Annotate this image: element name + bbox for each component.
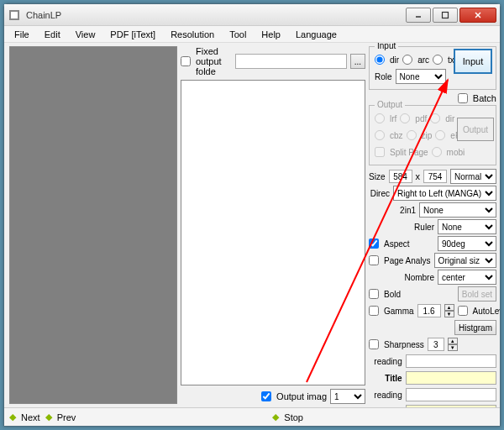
file-list-pane: Fixed output folde ... Output imag 1 — [181, 46, 365, 404]
input-legend: Input — [375, 43, 398, 50]
titlebar: ChainLP — [4, 4, 500, 26]
sharpness-checkbox[interactable] — [369, 339, 379, 349]
input-group: Input dir arc txt Role None Input — [369, 46, 496, 90]
nombre-select[interactable]: center — [438, 270, 496, 285]
ruler-select[interactable]: None — [438, 219, 496, 234]
preview-pane — [9, 46, 177, 404]
menu-edit[interactable]: Edit — [38, 28, 67, 41]
statusbar: ◆Next ◆Prev ◆Stop — [4, 407, 500, 426]
size-w[interactable] — [389, 170, 412, 183]
autolevel-checkbox[interactable] — [458, 306, 468, 316]
out-epub-radio — [435, 130, 445, 140]
output-image-checkbox[interactable] — [261, 391, 271, 401]
output-button: Output — [457, 118, 494, 141]
size-preset[interactable]: Normal — [450, 169, 496, 184]
gamma-checkbox[interactable] — [369, 306, 379, 316]
input-button[interactable]: Input — [454, 49, 492, 74]
bold-checkbox[interactable] — [369, 289, 379, 299]
app-icon — [8, 8, 21, 22]
menu-tool[interactable]: Tool — [223, 28, 253, 41]
page-analysis-checkbox[interactable] — [369, 255, 379, 265]
out-zip-radio — [407, 130, 417, 140]
svg-rect-3 — [443, 12, 449, 18]
aspect-checkbox[interactable] — [369, 239, 379, 249]
next-button[interactable]: Next — [21, 412, 40, 422]
page-analysis-select[interactable]: Original siz — [434, 253, 496, 268]
gamma-down[interactable]: ▼ — [444, 311, 454, 317]
window-title: ChainLP — [26, 10, 406, 20]
fixed-output-path[interactable] — [235, 54, 347, 69]
title-reading-field[interactable] — [406, 354, 496, 368]
aspect-select[interactable]: 90deg — [438, 236, 496, 251]
maximize-button[interactable] — [433, 8, 458, 23]
gamma-value[interactable] — [417, 304, 441, 317]
sharpness-value[interactable] — [428, 338, 444, 351]
prev-button[interactable]: Prev — [57, 412, 76, 422]
title-field[interactable] — [406, 371, 496, 385]
stop-button[interactable]: Stop — [284, 412, 303, 422]
output-legend: Output — [375, 100, 405, 109]
menu-help[interactable]: Help — [255, 28, 287, 41]
twoin1-select[interactable]: None — [419, 202, 496, 218]
stop-icon: ◆ — [272, 412, 279, 422]
output-group: Output lrf pdf dir cbz zip ePub Split Pa… — [369, 105, 496, 165]
input-arc-radio[interactable] — [402, 55, 412, 65]
prev-icon: ◆ — [45, 412, 52, 422]
fixed-output-checkbox[interactable] — [181, 56, 191, 66]
file-list[interactable] — [181, 80, 365, 385]
out-cbz-radio — [375, 130, 385, 140]
menu-language[interactable]: Language — [289, 28, 344, 41]
direction-select[interactable]: Right to Left (MANGA) — [393, 186, 496, 201]
batch-checkbox[interactable] — [458, 93, 468, 103]
close-button[interactable] — [459, 8, 496, 23]
next-icon: ◆ — [9, 412, 16, 422]
browse-button[interactable]: ... — [350, 54, 365, 69]
split-page-checkbox — [375, 147, 385, 157]
out-dir-radio — [430, 113, 440, 123]
input-txt-radio[interactable] — [433, 55, 443, 65]
out-mobi-radio — [432, 147, 442, 157]
fixed-output-label: Fixed output folde — [196, 46, 232, 76]
menu-view[interactable]: View — [69, 28, 102, 41]
menu-pdf[interactable]: PDF [iText] — [103, 28, 162, 41]
author-reading-field[interactable] — [406, 388, 496, 401]
svg-rect-1 — [11, 12, 18, 18]
minimize-button[interactable] — [406, 8, 431, 23]
input-dir-radio[interactable] — [375, 55, 385, 65]
menubar: File Edit View PDF [iText] Resolution To… — [4, 26, 500, 43]
bold-set-button: Bold set — [458, 286, 496, 302]
sharp-down[interactable]: ▼ — [448, 344, 458, 351]
out-pdf-radio — [400, 113, 410, 123]
role-select[interactable]: None — [396, 69, 446, 84]
out-lrf-radio — [375, 113, 385, 123]
output-image-label: Output imag — [276, 391, 327, 401]
gamma-up[interactable]: ▲ — [444, 304, 454, 311]
output-image-select[interactable]: 1 — [330, 389, 365, 404]
settings-pane: Input dir arc txt Role None Input Batch … — [367, 43, 500, 407]
app-window: ChainLP File Edit View PDF [iText] Resol… — [3, 3, 501, 427]
size-h[interactable] — [423, 170, 447, 183]
menu-file[interactable]: File — [8, 28, 36, 41]
role-label: Role — [375, 72, 392, 81]
histogram-button[interactable]: Histgram — [454, 320, 496, 335]
menu-resolution[interactable]: Resolution — [164, 28, 221, 41]
sharp-up[interactable]: ▲ — [448, 338, 458, 344]
